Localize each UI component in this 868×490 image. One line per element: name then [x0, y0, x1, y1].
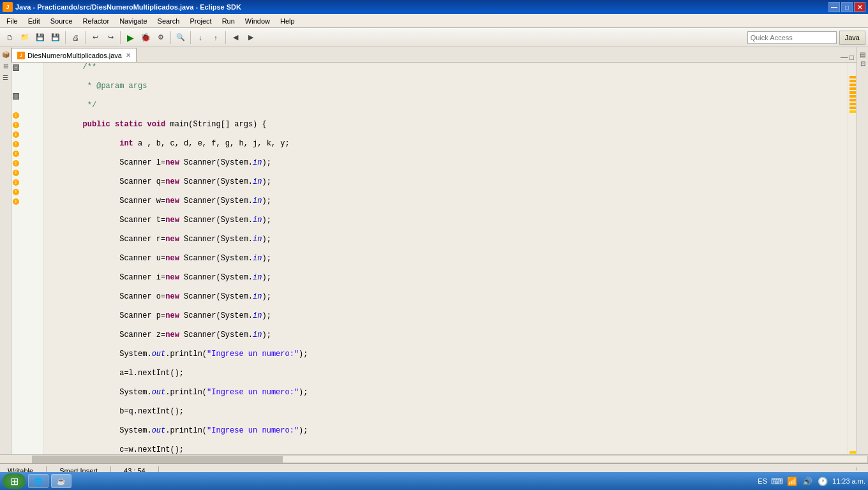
print-button[interactable]: 🖨: [68, 31, 82, 45]
gutter-row-34: [11, 378, 43, 388]
quick-access-area: Java: [747, 31, 865, 45]
app-icon: J: [3, 2, 13, 12]
perspective-java-button[interactable]: Java: [839, 31, 865, 45]
gutter-row-9: !: [11, 139, 43, 149]
ruler-mark-bottom: [849, 451, 856, 454]
code-line-12: Scanner i=new Scanner(System.in);: [46, 273, 845, 283]
editor-container: J DiesNumeroMultiplicados.java ✕ — □ − −: [11, 47, 857, 454]
fold-icon-1[interactable]: −: [13, 64, 19, 71]
h-scrollbar-area: [0, 454, 868, 463]
ruler-mark-2: [849, 80, 856, 82]
toolbar-separator-2: [85, 31, 86, 44]
menu-project[interactable]: Project: [184, 16, 216, 26]
editor-tabs: J DiesNumeroMultiplicados.java ✕ — □: [11, 47, 857, 63]
code-line-20: System.out.println("Ingrese un numero:")…: [46, 426, 845, 436]
tab-close-button[interactable]: ✕: [126, 52, 131, 59]
warning-icon-10: !: [13, 151, 19, 157]
editor-tab-main[interactable]: J DiesNumeroMultiplicados.java ✕: [11, 48, 137, 62]
save-all-button[interactable]: 💾: [49, 31, 63, 45]
start-button[interactable]: ⊞: [3, 473, 26, 489]
tab-filename: DiesNumeroMultiplicados.java: [27, 52, 122, 59]
taskbar: ⊞ 🌐 ☕ ES ⌨ 📶 🔊 🕐 11:23 a.m.: [0, 472, 868, 490]
run-button[interactable]: ▶: [123, 31, 137, 45]
menu-source[interactable]: Source: [45, 16, 78, 26]
maximize-button[interactable]: □: [841, 2, 853, 12]
editor-tab-controls: — □: [841, 53, 857, 62]
h-scrollbar-thumb[interactable]: [33, 456, 283, 463]
toolbar-separator-6: [225, 31, 226, 44]
menu-refactor[interactable]: Refactor: [78, 16, 115, 26]
code-editor[interactable]: /** * @param args */ public static void …: [43, 63, 848, 454]
hierarchy-icon[interactable]: ⊞: [1, 61, 10, 70]
task-list-icon[interactable]: ▤: [858, 50, 867, 59]
quick-access-input[interactable]: [747, 31, 837, 44]
code-line-16: System.out.println("Ingrese un numero:")…: [46, 350, 845, 359]
external-tools-button[interactable]: ⚙: [154, 31, 168, 45]
ruler-mark-3: [849, 84, 856, 86]
code-line-2: * @param args: [46, 82, 845, 91]
code-line-10: Scanner r=new Scanner(System.in);: [46, 235, 845, 244]
back-button[interactable]: ◀: [228, 31, 243, 45]
warning-icon-14: !: [13, 189, 19, 195]
code-line-19: b=q.nextInt();: [46, 407, 845, 417]
gutter-row-15: !: [11, 197, 43, 206]
taskbar-chrome[interactable]: 🌐: [28, 474, 49, 488]
maximize-editor-button[interactable]: □: [849, 53, 854, 62]
ruler-mark-1: [849, 76, 856, 78]
ruler-mark-8: [849, 103, 856, 105]
ruler-mark-6: [849, 95, 856, 98]
next-annotation-button[interactable]: ↓: [193, 31, 207, 45]
menu-edit[interactable]: Edit: [23, 16, 45, 26]
ruler-mark-yellow: [849, 110, 856, 113]
search-button[interactable]: 🔍: [174, 31, 188, 45]
gutter-row-5: [11, 101, 43, 110]
ruler-mark-7: [849, 99, 856, 101]
gutter-row-23: [11, 273, 43, 283]
clock-icon: 🕐: [817, 475, 828, 487]
new-button[interactable]: 🗋: [3, 31, 17, 45]
fold-icon-4[interactable]: −: [13, 93, 19, 100]
gutter-row-3: [11, 82, 43, 91]
menu-window[interactable]: Window: [240, 16, 275, 26]
outline-icon[interactable]: ☰: [1, 73, 10, 82]
close-button[interactable]: ✕: [854, 2, 865, 12]
minimize-editor-button[interactable]: —: [841, 53, 848, 62]
open-button[interactable]: 📁: [18, 31, 32, 45]
menu-bar: File Edit Source Refactor Navigate Searc…: [0, 14, 868, 28]
gutter-row-16: [11, 206, 43, 216]
menu-run[interactable]: Run: [217, 16, 240, 26]
menu-search[interactable]: Search: [153, 16, 185, 26]
h-scrollbar[interactable]: [32, 456, 868, 463]
menu-help[interactable]: Help: [275, 16, 300, 26]
console-icon[interactable]: ⊡: [858, 59, 867, 68]
code-line-3: */: [46, 101, 845, 110]
gutter-row-8: !: [11, 130, 43, 139]
window-controls[interactable]: — □ ✕: [828, 2, 865, 12]
minimize-button[interactable]: —: [828, 2, 840, 12]
debug-button[interactable]: 🐞: [138, 31, 153, 45]
package-explorer-icon[interactable]: 📦: [1, 50, 10, 59]
redo-button[interactable]: ↪: [103, 31, 117, 45]
undo-button[interactable]: ↩: [88, 31, 102, 45]
code-line-21: c=w.nextInt();: [46, 445, 845, 454]
gutter-row-26: [11, 302, 43, 311]
gutter-row-28: [11, 321, 43, 330]
title-left: J Java - Practicando/src/DiesNumeroMulti…: [3, 2, 241, 12]
forward-button[interactable]: ▶: [244, 31, 258, 45]
gutter-row-10: !: [11, 149, 43, 158]
gutter-row-24: [11, 283, 43, 292]
prev-annotation-button[interactable]: ↑: [209, 31, 223, 45]
menu-navigate[interactable]: Navigate: [114, 16, 152, 26]
menu-file[interactable]: File: [1, 16, 23, 26]
warning-icon-6: !: [13, 112, 19, 119]
code-line-18: System.out.println("Ingrese un numero:")…: [46, 388, 845, 397]
code-line-1: /**: [46, 63, 845, 72]
code-line-5: int a , b, c, d, e, f, g, h, j, k, y;: [46, 139, 845, 149]
gutter-row-20: [11, 244, 43, 254]
warning-icon-11: !: [13, 160, 19, 167]
save-button[interactable]: 💾: [33, 31, 47, 45]
ruler-mark-9: [849, 107, 856, 109]
taskbar-eclipse[interactable]: ☕: [51, 474, 71, 488]
title-bar: J Java - Practicando/src/DiesNumeroMulti…: [0, 0, 868, 14]
code-line-11: Scanner u=new Scanner(System.in);: [46, 254, 845, 264]
